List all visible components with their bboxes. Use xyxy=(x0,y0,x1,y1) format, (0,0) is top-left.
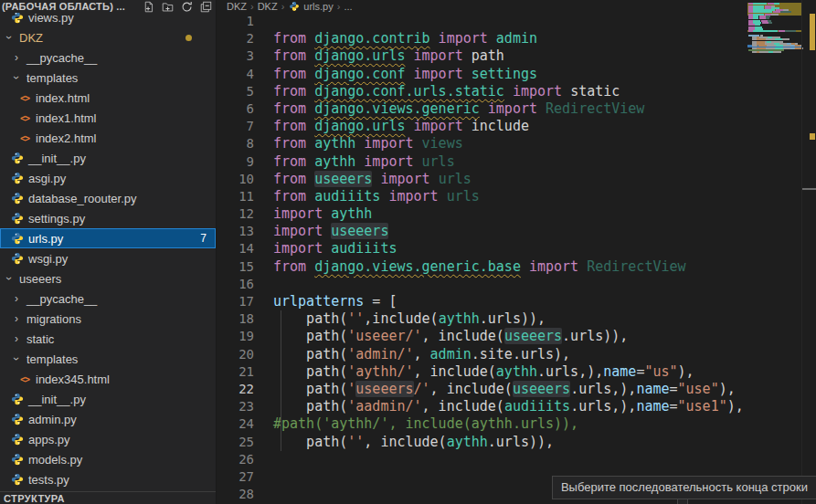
workspace-title: (РАБОЧАЯ ОБЛАСТЬ) ... xyxy=(2,1,125,12)
minimap[interactable] xyxy=(747,1,801,59)
line-number: 2 xyxy=(217,30,254,47)
code-text[interactable]: urlpatterns = [ xyxy=(254,293,397,310)
code-text[interactable] xyxy=(254,486,273,503)
tree-item-index1-html[interactable]: <>index1.html xyxy=(0,108,216,128)
code-line: 16 xyxy=(217,276,816,293)
tree-item-apps-py[interactable]: apps.py xyxy=(0,429,216,449)
line-number: 6 xyxy=(217,100,254,118)
code-text[interactable] xyxy=(254,276,273,293)
code-text[interactable]: path('useeer/', include(useeers.urls)), xyxy=(254,328,628,345)
explorer-sidebar: views.py›DKZ›__pycache__›templates<>inde… xyxy=(0,0,217,504)
new-file-icon[interactable] xyxy=(143,1,154,13)
html-icon: <> xyxy=(18,93,31,103)
code-text[interactable]: from django.views.generic import Redirec… xyxy=(254,100,644,118)
code-line: 3from django.urls import path xyxy=(217,47,816,65)
python-icon xyxy=(11,192,24,205)
code-text[interactable] xyxy=(254,13,273,30)
code-text[interactable]: from django.contrib import admin xyxy=(254,30,537,47)
code-text[interactable]: from django.conf.urls.static import stat… xyxy=(254,83,620,100)
tree-item-database-roouter-py[interactable]: database_roouter.py xyxy=(0,188,216,208)
tree-item-settings-py[interactable]: settings.py xyxy=(0,208,216,228)
code-text[interactable]: path('useeers/', include(useeers.urls,),… xyxy=(254,381,736,398)
tree-item-label: useeers xyxy=(19,272,61,286)
code-text[interactable]: from aythh import urls xyxy=(254,153,455,171)
code-text[interactable]: from django.views.generic.base import Re… xyxy=(254,258,686,276)
code-line: 19 path('useeer/', include(useeers.urls)… xyxy=(217,328,816,345)
code-text[interactable]: from audiiits import urls xyxy=(254,188,480,205)
code-text[interactable]: from django.urls import include xyxy=(254,118,529,135)
tree-item-index2-html[interactable]: <>index2.html xyxy=(0,128,216,148)
code-text[interactable]: from aythh import views xyxy=(254,135,463,152)
chevron-right-icon: › xyxy=(11,332,22,345)
code-text[interactable]: path('admin/', admin.site.urls), xyxy=(254,346,570,363)
tree-item-urls-py[interactable]: urls.py7 xyxy=(0,228,216,248)
tree-item-index-html[interactable]: <>index.html xyxy=(0,88,216,108)
tree-item-admin-py[interactable]: admin.py xyxy=(0,409,216,429)
tree-item-asgi-py[interactable]: asgi.py xyxy=(0,168,216,188)
tree-item-static[interactable]: ›static xyxy=(0,329,216,349)
breadcrumb-item[interactable]: DKZ xyxy=(258,1,278,12)
tree-item-models-py[interactable]: models.py xyxy=(0,449,216,469)
line-number: 14 xyxy=(217,240,254,257)
tree-item-label: __pycache__ xyxy=(26,292,97,306)
python-icon xyxy=(11,172,24,184)
overview-ruler[interactable] xyxy=(801,0,816,504)
chevron-down-icon: › xyxy=(3,273,16,284)
tree-item-index345-html[interactable]: <>index345.html xyxy=(0,369,216,389)
code-area[interactable]: 12from django.contrib import admin3from … xyxy=(217,13,816,504)
breadcrumb-item[interactable]: urls.py xyxy=(288,0,333,13)
html-icon: <> xyxy=(18,374,31,384)
code-line: 6from django.views.generic import Redire… xyxy=(217,100,816,118)
tree-item-templates[interactable]: ›templates xyxy=(0,349,216,369)
code-line: 1 xyxy=(217,13,816,30)
code-text[interactable]: import useeers xyxy=(254,223,388,240)
code-text[interactable] xyxy=(254,468,273,486)
tree-item-label: asgi.py xyxy=(28,172,66,185)
line-number: 27 xyxy=(217,468,254,486)
code-text[interactable]: import aythh xyxy=(254,205,372,223)
tree-item-wsgi-py[interactable]: wsgi.py xyxy=(0,248,216,268)
line-number: 12 xyxy=(217,205,254,223)
breadcrumb-separator: › xyxy=(337,1,341,12)
collapse-all-icon[interactable] xyxy=(200,1,212,13)
tree-item-useeers[interactable]: ›useeers xyxy=(0,268,216,289)
tree-item-migrations[interactable]: ›migrations xyxy=(0,309,216,329)
code-text[interactable]: path('aadmin/', include(audiiits.urls,),… xyxy=(254,398,744,415)
tree-item--init-py[interactable]: __init__.py xyxy=(0,148,216,168)
chevron-down-icon: › xyxy=(10,72,23,83)
refresh-icon[interactable] xyxy=(181,1,193,13)
code-text[interactable] xyxy=(254,451,273,468)
tree-item-templates[interactable]: ›templates xyxy=(0,68,216,88)
tree-item-dkz[interactable]: ›DKZ xyxy=(0,27,216,47)
code-text[interactable]: from useeers import urls xyxy=(254,171,472,188)
outline-section-header[interactable]: СТРУКТУРА xyxy=(0,491,217,504)
chevron-down-icon: › xyxy=(10,353,23,364)
code-text[interactable]: import audiiits xyxy=(254,240,397,257)
code-text[interactable]: path('aythh/', include(aythh.urls,),name… xyxy=(254,363,694,381)
code-text[interactable]: #path('aythh/', include(aythh.urls)), xyxy=(254,415,578,433)
tree-item--pycache-[interactable]: ›__pycache__ xyxy=(0,47,216,68)
breadcrumb-item[interactable]: DKZ xyxy=(227,1,247,12)
python-icon xyxy=(11,433,24,446)
line-number: 18 xyxy=(217,310,254,328)
tree-item-tests-py[interactable]: tests.py xyxy=(0,469,216,489)
breadcrumb-item[interactable]: ... xyxy=(344,1,352,12)
code-text[interactable]: from django.urls import path xyxy=(254,47,504,65)
code-line: 17urlpatterns = [ xyxy=(217,293,816,310)
code-text[interactable]: from django.conf import settings xyxy=(254,66,537,83)
code-text[interactable]: path('',include(aythh.urls)), xyxy=(254,310,546,328)
code-text[interactable]: path('', include(aythh.urls)), xyxy=(254,434,554,451)
tree-item-label: __init__.py xyxy=(28,393,86,406)
line-number: 17 xyxy=(217,293,254,310)
new-folder-icon[interactable] xyxy=(162,1,174,13)
code-line: 23 path('aadmin/', include(audiiits.urls… xyxy=(217,398,816,415)
code-line: 12import aythh xyxy=(217,205,816,223)
tree-item-label: wsgi.py xyxy=(28,252,68,266)
python-icon xyxy=(11,212,24,225)
tree-item--pycache-[interactable]: ›__pycache__ xyxy=(0,289,216,309)
tree-item-label: apps.py xyxy=(28,433,70,446)
code-line: 5from django.conf.urls.static import sta… xyxy=(217,83,816,100)
line-number: 3 xyxy=(217,47,254,65)
python-icon xyxy=(11,473,24,486)
tree-item--init-py[interactable]: __init__.py xyxy=(0,389,216,409)
